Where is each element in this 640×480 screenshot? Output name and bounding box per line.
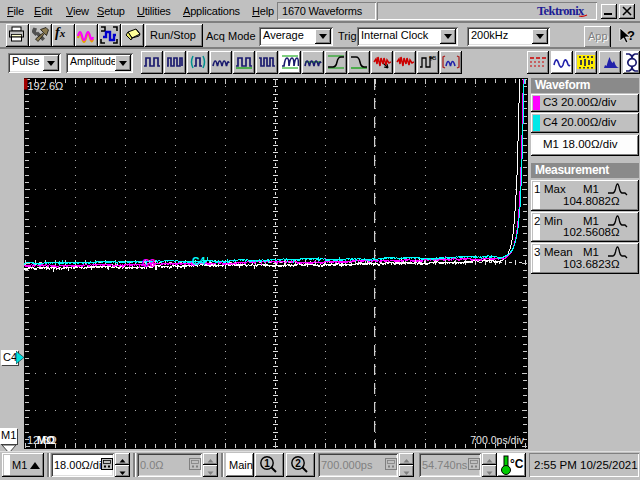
svg-text:Tektronix: Tektronix — [537, 4, 585, 18]
svg-text:C3: C3 — [142, 257, 156, 269]
svg-text:2: 2 — [295, 458, 301, 469]
svg-text:MΩ: MΩ — [37, 434, 55, 446]
svg-text:°C: °C — [510, 457, 524, 471]
svg-text:700.0ps/div: 700.0ps/div — [470, 434, 524, 446]
svg-text:C4: C4 — [192, 255, 206, 267]
svg-text:1: 1 — [264, 458, 270, 469]
svg-text:?: ? — [627, 28, 635, 43]
svg-text:192.6Ω: 192.6Ω — [28, 80, 64, 92]
